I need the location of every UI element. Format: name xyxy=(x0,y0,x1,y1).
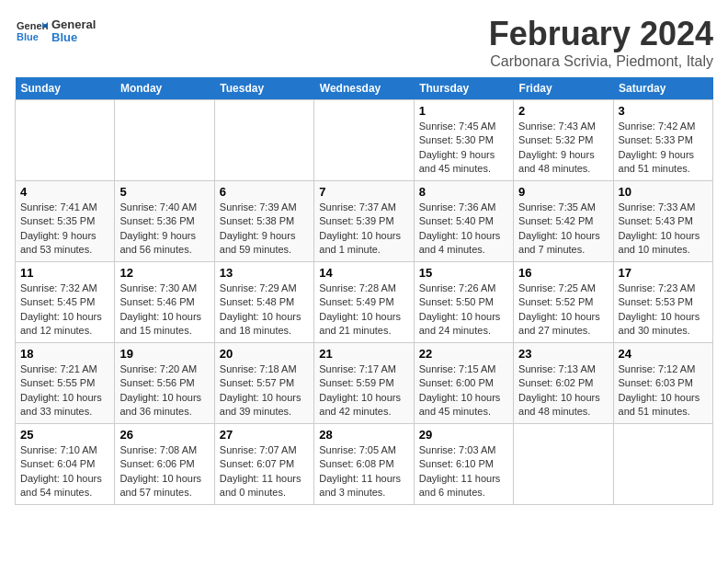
day-number: 12 xyxy=(119,266,209,280)
weekday-header-wednesday: Wednesday xyxy=(314,77,414,100)
day-cell-27: 27Sunrise: 7:07 AM Sunset: 6:07 PM Dayli… xyxy=(214,424,313,505)
day-cell-14: 14Sunrise: 7:28 AM Sunset: 5:49 PM Dayli… xyxy=(314,262,414,343)
day-number: 9 xyxy=(518,185,608,199)
day-number: 17 xyxy=(619,266,708,280)
day-cell-4: 4Sunrise: 7:41 AM Sunset: 5:35 PM Daylig… xyxy=(16,181,115,262)
day-number: 10 xyxy=(619,185,708,199)
day-number: 4 xyxy=(20,185,109,199)
day-info: Sunrise: 7:37 AM Sunset: 5:39 PM Dayligh… xyxy=(319,201,408,258)
day-info: Sunrise: 7:43 AM Sunset: 5:32 PM Dayligh… xyxy=(518,120,608,177)
day-cell-20: 20Sunrise: 7:18 AM Sunset: 5:57 PM Dayli… xyxy=(214,343,313,424)
day-info: Sunrise: 7:29 AM Sunset: 5:48 PM Dayligh… xyxy=(220,282,309,339)
day-cell-17: 17Sunrise: 7:23 AM Sunset: 5:53 PM Dayli… xyxy=(613,262,712,343)
empty-cell xyxy=(613,424,712,505)
day-number: 27 xyxy=(220,428,309,442)
logo: General Blue General Blue xyxy=(15,15,96,48)
empty-cell xyxy=(115,100,214,181)
day-info: Sunrise: 7:45 AM Sunset: 5:30 PM Dayligh… xyxy=(419,120,508,177)
day-info: Sunrise: 7:03 AM Sunset: 6:10 PM Dayligh… xyxy=(419,443,508,500)
day-info: Sunrise: 7:42 AM Sunset: 5:33 PM Dayligh… xyxy=(619,120,708,177)
day-cell-9: 9Sunrise: 7:35 AM Sunset: 5:42 PM Daylig… xyxy=(514,181,613,262)
day-number: 18 xyxy=(20,347,109,361)
day-cell-29: 29Sunrise: 7:03 AM Sunset: 6:10 PM Dayli… xyxy=(414,424,513,505)
day-cell-1: 1Sunrise: 7:45 AM Sunset: 5:30 PM Daylig… xyxy=(414,100,513,181)
day-cell-18: 18Sunrise: 7:21 AM Sunset: 5:55 PM Dayli… xyxy=(16,343,115,424)
day-info: Sunrise: 7:21 AM Sunset: 5:55 PM Dayligh… xyxy=(20,362,109,419)
day-info: Sunrise: 7:41 AM Sunset: 5:35 PM Dayligh… xyxy=(20,201,109,258)
day-number: 16 xyxy=(518,266,608,280)
day-info: Sunrise: 7:28 AM Sunset: 5:49 PM Dayligh… xyxy=(319,282,408,339)
day-cell-6: 6Sunrise: 7:39 AM Sunset: 5:38 PM Daylig… xyxy=(214,181,313,262)
day-info: Sunrise: 7:10 AM Sunset: 6:04 PM Dayligh… xyxy=(20,443,109,500)
day-cell-12: 12Sunrise: 7:30 AM Sunset: 5:46 PM Dayli… xyxy=(115,262,214,343)
calendar-subtitle: Carbonara Scrivia, Piedmont, Italy xyxy=(489,53,713,70)
day-cell-23: 23Sunrise: 7:13 AM Sunset: 6:02 PM Dayli… xyxy=(514,343,613,424)
empty-cell xyxy=(214,100,313,181)
day-number: 6 xyxy=(220,185,309,199)
day-number: 24 xyxy=(619,347,708,361)
day-info: Sunrise: 7:23 AM Sunset: 5:53 PM Dayligh… xyxy=(619,282,708,339)
logo-general-text: General xyxy=(51,18,96,31)
day-info: Sunrise: 7:17 AM Sunset: 5:59 PM Dayligh… xyxy=(319,362,408,419)
day-number: 29 xyxy=(419,428,508,442)
day-info: Sunrise: 7:39 AM Sunset: 5:38 PM Dayligh… xyxy=(220,201,309,258)
empty-cell xyxy=(314,100,414,181)
day-cell-5: 5Sunrise: 7:40 AM Sunset: 5:36 PM Daylig… xyxy=(115,181,214,262)
weekday-header-tuesday: Tuesday xyxy=(214,77,313,100)
day-cell-25: 25Sunrise: 7:10 AM Sunset: 6:04 PM Dayli… xyxy=(16,424,115,505)
weekday-header-monday: Monday xyxy=(115,77,214,100)
day-cell-10: 10Sunrise: 7:33 AM Sunset: 5:43 PM Dayli… xyxy=(613,181,712,262)
day-info: Sunrise: 7:08 AM Sunset: 6:06 PM Dayligh… xyxy=(119,443,209,500)
week-row-1: 1Sunrise: 7:45 AM Sunset: 5:30 PM Daylig… xyxy=(16,100,713,181)
day-number: 23 xyxy=(518,347,608,361)
day-cell-22: 22Sunrise: 7:15 AM Sunset: 6:00 PM Dayli… xyxy=(414,343,513,424)
logo-icon: General Blue xyxy=(15,15,48,48)
calendar-title: February 2024 xyxy=(489,15,713,53)
day-number: 5 xyxy=(119,185,209,199)
day-info: Sunrise: 7:30 AM Sunset: 5:46 PM Dayligh… xyxy=(119,282,209,339)
day-info: Sunrise: 7:13 AM Sunset: 6:02 PM Dayligh… xyxy=(518,362,608,419)
calendar-table: SundayMondayTuesdayWednesdayThursdayFrid… xyxy=(15,77,713,505)
svg-text:Blue: Blue xyxy=(17,31,39,42)
day-cell-26: 26Sunrise: 7:08 AM Sunset: 6:06 PM Dayli… xyxy=(115,424,214,505)
day-number: 7 xyxy=(319,185,408,199)
day-cell-13: 13Sunrise: 7:29 AM Sunset: 5:48 PM Dayli… xyxy=(214,262,313,343)
day-info: Sunrise: 7:40 AM Sunset: 5:36 PM Dayligh… xyxy=(119,201,209,258)
day-info: Sunrise: 7:33 AM Sunset: 5:43 PM Dayligh… xyxy=(619,201,708,258)
day-cell-24: 24Sunrise: 7:12 AM Sunset: 6:03 PM Dayli… xyxy=(613,343,712,424)
day-info: Sunrise: 7:35 AM Sunset: 5:42 PM Dayligh… xyxy=(518,201,608,258)
day-number: 8 xyxy=(419,185,508,199)
day-number: 21 xyxy=(319,347,408,361)
empty-cell xyxy=(16,100,115,181)
day-info: Sunrise: 7:36 AM Sunset: 5:40 PM Dayligh… xyxy=(419,201,508,258)
week-row-2: 4Sunrise: 7:41 AM Sunset: 5:35 PM Daylig… xyxy=(16,181,713,262)
day-cell-19: 19Sunrise: 7:20 AM Sunset: 5:56 PM Dayli… xyxy=(115,343,214,424)
logo-blue-text: Blue xyxy=(51,31,96,44)
day-info: Sunrise: 7:12 AM Sunset: 6:03 PM Dayligh… xyxy=(619,362,708,419)
week-row-5: 25Sunrise: 7:10 AM Sunset: 6:04 PM Dayli… xyxy=(16,424,713,505)
day-number: 22 xyxy=(419,347,508,361)
weekday-header-saturday: Saturday xyxy=(613,77,712,100)
day-number: 26 xyxy=(119,428,209,442)
week-row-4: 18Sunrise: 7:21 AM Sunset: 5:55 PM Dayli… xyxy=(16,343,713,424)
day-cell-3: 3Sunrise: 7:42 AM Sunset: 5:33 PM Daylig… xyxy=(613,100,712,181)
day-number: 15 xyxy=(419,266,508,280)
day-number: 28 xyxy=(319,428,408,442)
day-number: 14 xyxy=(319,266,408,280)
day-info: Sunrise: 7:07 AM Sunset: 6:07 PM Dayligh… xyxy=(220,443,309,500)
day-cell-21: 21Sunrise: 7:17 AM Sunset: 5:59 PM Dayli… xyxy=(314,343,414,424)
day-number: 20 xyxy=(220,347,309,361)
day-number: 11 xyxy=(20,266,109,280)
day-info: Sunrise: 7:20 AM Sunset: 5:56 PM Dayligh… xyxy=(119,362,209,419)
day-info: Sunrise: 7:32 AM Sunset: 5:45 PM Dayligh… xyxy=(20,282,109,339)
day-cell-28: 28Sunrise: 7:05 AM Sunset: 6:08 PM Dayli… xyxy=(314,424,414,505)
day-info: Sunrise: 7:18 AM Sunset: 5:57 PM Dayligh… xyxy=(220,362,309,419)
day-number: 2 xyxy=(518,104,608,118)
day-cell-15: 15Sunrise: 7:26 AM Sunset: 5:50 PM Dayli… xyxy=(414,262,513,343)
day-cell-2: 2Sunrise: 7:43 AM Sunset: 5:32 PM Daylig… xyxy=(514,100,613,181)
day-cell-7: 7Sunrise: 7:37 AM Sunset: 5:39 PM Daylig… xyxy=(314,181,414,262)
title-block: February 2024 Carbonara Scrivia, Piedmon… xyxy=(489,15,713,70)
day-number: 3 xyxy=(619,104,708,118)
page-header: General Blue General Blue February 2024 … xyxy=(15,15,713,70)
day-number: 19 xyxy=(119,347,209,361)
